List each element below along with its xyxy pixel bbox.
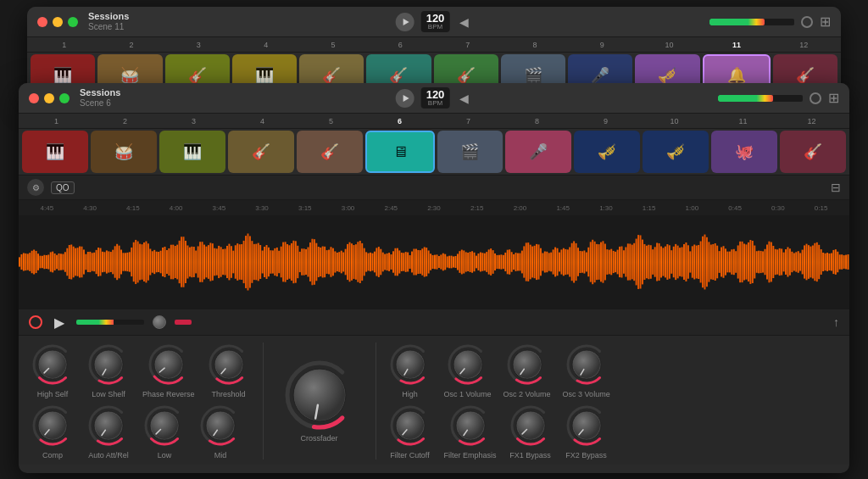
window-scene-top: Scene 11 — [88, 22, 129, 32]
track-icon-3: 🎸 — [188, 66, 207, 85]
maximize-button-top[interactable] — [68, 17, 78, 27]
waveform-badge[interactable]: QO — [51, 181, 75, 194]
track-icon-12: 🎸 — [804, 142, 822, 161]
play-button-waveform[interactable]: ▶ — [54, 315, 64, 331]
track-num-1: 1 — [22, 117, 91, 125]
volume-knob-small[interactable] — [153, 315, 166, 329]
timeline-mark: 1:45 — [542, 204, 585, 212]
track-num-12: 12 — [777, 117, 846, 125]
track-icon-10: 🎺 — [666, 142, 685, 161]
svg-point-10 — [215, 351, 242, 378]
track-cell-8[interactable]: 🎤 — [505, 131, 571, 173]
knob-item-mid[interactable]: Mid — [198, 404, 242, 460]
timeline-mark: 2:00 — [498, 204, 542, 212]
knob-item-fx1-bypass[interactable]: FX1 Bypass — [509, 404, 553, 460]
svg-point-43 — [457, 412, 484, 439]
timeline-mark: 3:15 — [283, 204, 326, 212]
track-cell-9[interactable]: 🎺 — [574, 131, 640, 173]
timeline-mark: 3:00 — [326, 204, 370, 212]
waveform-layout-icon[interactable]: ⊟ — [831, 181, 841, 194]
grid-icon-main[interactable]: ⊞ — [828, 90, 839, 106]
knob-osc1-volume[interactable] — [446, 343, 490, 387]
timeline-mark: 4:30 — [69, 204, 112, 212]
minimize-button-top[interactable] — [53, 17, 63, 27]
track-num-2: 2 — [91, 117, 159, 125]
knob-item-osc3-volume[interactable]: Osc 3 Volume — [563, 343, 610, 398]
knob-phase-reverse[interactable] — [147, 343, 191, 387]
track-cell-5[interactable]: 🎸 — [297, 131, 363, 173]
track-cell-11[interactable]: 🐙 — [711, 131, 777, 173]
knob-crossfader[interactable] — [284, 359, 355, 431]
track-cell-2[interactable]: 🥁 — [91, 131, 157, 173]
track-num-3: 3 — [159, 117, 228, 125]
track-num-10: 10 — [640, 117, 709, 125]
knob-mid[interactable] — [198, 404, 242, 448]
minimize-button-main[interactable] — [44, 93, 54, 103]
track-cell-1[interactable]: 🎹 — [22, 131, 88, 173]
track-num-5: 5 — [297, 117, 365, 125]
record-button[interactable] — [29, 315, 42, 329]
knob-item-osc1-volume[interactable]: Osc 1 Volume — [444, 343, 492, 398]
track-cell-4[interactable]: 🎸 — [228, 131, 294, 173]
waveform-canvas — [19, 215, 849, 309]
close-button-top[interactable] — [37, 17, 47, 27]
knob-item-high-self[interactable]: High Self — [31, 343, 75, 398]
track-cell-3[interactable]: 🎹 — [159, 131, 225, 173]
svg-point-22 — [207, 412, 234, 439]
bpm-down-top[interactable]: ◀ — [456, 14, 472, 31]
knob-item-fx2-bypass[interactable]: FX2 Bypass — [565, 404, 609, 460]
knob-item-threshold[interactable]: Threshold — [207, 343, 251, 398]
knob-filter-cutoff[interactable] — [388, 404, 432, 448]
track-cell-10[interactable]: 🎺 — [643, 131, 709, 173]
knob-low-shelf[interactable] — [86, 343, 131, 387]
track-num-10: 10 — [636, 41, 703, 49]
title-info-main: Sessions Scene 6 — [80, 87, 120, 109]
level-dot-top — [801, 16, 813, 28]
timeline-mark: 1:30 — [585, 204, 628, 212]
knob-auto-att-rel[interactable] — [86, 404, 131, 448]
track-icon-6: 🖥 — [392, 143, 408, 161]
knob-threshold[interactable] — [207, 343, 251, 387]
track-num-8: 8 — [503, 117, 571, 125]
maximize-button-main[interactable] — [59, 93, 70, 103]
timeline-mark: 1:15 — [627, 204, 670, 212]
track-cell-12[interactable]: 🎸 — [780, 131, 846, 173]
track-num-6: 6 — [367, 41, 434, 49]
grid-icon-top[interactable]: ⊞ — [820, 14, 831, 30]
knob-comp[interactable] — [31, 404, 75, 448]
knob-item-filter-cutoff[interactable]: Filter Cutoff — [388, 404, 432, 460]
knob-item-filter-emphasis[interactable]: Filter Emphasis — [444, 404, 497, 460]
timeline-mark: 1:00 — [670, 204, 714, 212]
timeline-mark: 4:15 — [111, 204, 154, 212]
titlebar-top: Sessions Scene 11 120 BPM ◀ ⊞ — [27, 7, 841, 37]
knob-item-osc2-volume[interactable]: Osc 2 Volume — [504, 343, 551, 398]
level-meter-main — [718, 95, 803, 102]
track-cell-6[interactable]: 🖥 — [365, 131, 435, 173]
knob-label-low: Low — [158, 451, 172, 460]
knob-high-self[interactable] — [31, 343, 75, 387]
play-button-top[interactable] — [396, 13, 415, 31]
knob-osc3-volume[interactable] — [565, 343, 609, 387]
knob-fx1-bypass[interactable] — [509, 404, 553, 448]
track-num-12: 12 — [771, 41, 837, 49]
sessions-window-main: Sessions Scene 6 120 BPM ◀ ⊞ 12345678910… — [19, 83, 849, 473]
waveform-settings-icon[interactable]: ⚙ — [27, 179, 44, 196]
knob-low[interactable] — [142, 404, 186, 448]
knob-item-low[interactable]: Low — [142, 404, 186, 460]
close-button-main[interactable] — [29, 93, 39, 103]
knob-item-high[interactable]: High — [388, 343, 432, 398]
knob-filter-emphasis[interactable] — [448, 404, 492, 448]
knob-high[interactable] — [388, 343, 432, 387]
knob-osc2-volume[interactable] — [505, 343, 549, 387]
knob-item-low-shelf[interactable]: Low Shelf — [86, 343, 131, 398]
bpm-down-main[interactable]: ◀ — [456, 90, 472, 107]
track-cell-7[interactable]: 🎬 — [437, 131, 504, 173]
share-icon[interactable]: ↑ — [833, 315, 839, 329]
knob-item-auto-att-rel[interactable]: Auto Att/Rel — [86, 404, 131, 460]
knob-item-phase-reverse[interactable]: Phase Reverse — [142, 343, 195, 398]
svg-point-25 — [294, 370, 345, 421]
knob-fx2-bypass[interactable] — [565, 404, 609, 448]
knob-item-comp[interactable]: Comp — [31, 404, 75, 460]
svg-point-37 — [573, 351, 600, 378]
play-button-main[interactable] — [396, 89, 415, 108]
